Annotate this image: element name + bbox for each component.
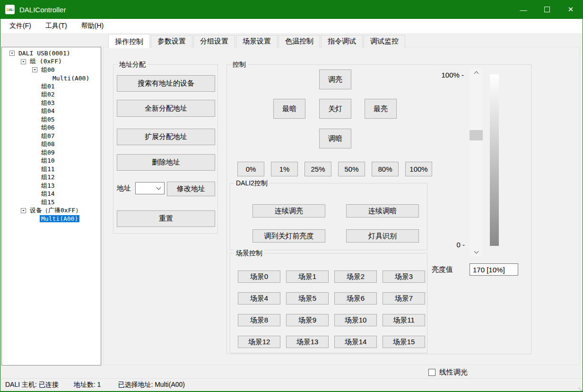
tree-node-label: 组04 <box>40 107 56 115</box>
tab[interactable]: 参数设置 <box>151 35 192 48</box>
max-brightness-button[interactable]: 最亮 <box>365 99 397 119</box>
scene-button[interactable]: 场景5 <box>286 292 329 305</box>
scrollbar-thumb[interactable] <box>470 130 483 140</box>
scene-button[interactable]: 场景10 <box>334 314 377 326</box>
brightness-value-box[interactable]: 170 [10%] <box>470 263 518 276</box>
address-action-button[interactable]: 删除地址 <box>117 154 215 171</box>
app-body: 操作控制参数设置分组设置场景设置色温控制指令调试调试监控 地址分配 搜索有地址的… <box>0 33 583 378</box>
dali2-button[interactable]: 连续调暗 <box>346 204 419 218</box>
modify-address-button[interactable]: 修改地址 <box>167 182 215 196</box>
tree-node[interactable]: -DALI USB(0001) <box>2 49 101 58</box>
tab[interactable]: 色温控制 <box>278 35 320 48</box>
brightness-gradient-bar <box>490 74 499 246</box>
tree-node[interactable]: 组14 <box>2 190 101 199</box>
tree-node[interactable]: 组11 <box>2 165 101 174</box>
scene-button[interactable]: 场景3 <box>383 270 425 283</box>
tree-node[interactable]: 组01 <box>2 82 101 91</box>
scene-button[interactable]: 场景12 <box>238 336 280 348</box>
tree-node[interactable]: 组06 <box>2 124 101 132</box>
tree-node[interactable]: 组10 <box>2 157 101 166</box>
dim-up-button[interactable]: 调亮 <box>319 70 351 89</box>
scene-button[interactable]: 场景14 <box>334 336 377 348</box>
tree-node[interactable]: 组12 <box>2 174 101 182</box>
tab[interactable]: 场景设置 <box>236 35 278 48</box>
brightness-scrollbar[interactable] <box>470 69 483 256</box>
scene-button[interactable]: 场景7 <box>383 292 425 305</box>
tree-node-label: 组08 <box>40 140 56 148</box>
tree-node[interactable]: 组09 <box>2 148 101 157</box>
scene-button[interactable]: 场景11 <box>383 314 425 326</box>
chevron-down-icon <box>157 185 161 190</box>
group-title: 控制 <box>231 61 248 69</box>
dali2-button[interactable]: 灯具识别 <box>346 229 419 243</box>
percent-button[interactable]: 80% <box>372 162 399 176</box>
tree-node[interactable]: 组04 <box>2 107 101 116</box>
scroll-down-icon[interactable] <box>470 248 483 256</box>
percent-button[interactable]: 1% <box>271 162 298 176</box>
brightness-value-label: 亮度值 <box>432 265 453 274</box>
percent-button[interactable]: 0% <box>237 162 264 176</box>
expand-collapse-icon[interactable]: - <box>21 208 26 213</box>
scene-button[interactable]: 场景6 <box>334 292 377 305</box>
address-assign-group: 地址分配 搜索有地址的设备全新分配地址扩展分配地址删除地址 地址 修改地址 重置 <box>113 64 218 234</box>
menu-item[interactable]: 工具(T) <box>38 20 74 32</box>
tree-node[interactable]: Multi(A00) <box>2 74 101 83</box>
address-action-button[interactable]: 全新分配地址 <box>117 100 215 117</box>
maximize-icon[interactable] <box>535 0 559 19</box>
menu-item[interactable]: 帮助(H) <box>74 20 111 32</box>
tree-node[interactable]: -设备（广播0xFF） <box>2 207 101 215</box>
dali2-button[interactable]: 调到关灯前亮度 <box>252 229 325 243</box>
tab[interactable]: 分组设置 <box>193 35 235 48</box>
reset-button[interactable]: 重置 <box>117 210 215 227</box>
tree-node[interactable]: 组03 <box>2 99 101 107</box>
scene-button[interactable]: 场景1 <box>286 270 329 283</box>
lamp-off-button[interactable]: 关灯 <box>319 99 351 119</box>
scene-button[interactable]: 场景2 <box>334 270 377 283</box>
min-brightness-button[interactable]: 最暗 <box>273 99 305 119</box>
tree-node[interactable]: 组05 <box>2 115 101 124</box>
group-title: 场景控制 <box>234 249 264 258</box>
address-action-button[interactable]: 搜索有地址的设备 <box>117 75 215 92</box>
tree-node-label: 组06 <box>40 123 56 132</box>
tree-node[interactable]: -组 (0xFF) <box>2 58 101 66</box>
scene-button[interactable]: 场景9 <box>286 314 329 326</box>
tree-node[interactable]: 组08 <box>2 140 101 149</box>
tab[interactable]: 调试监控 <box>364 35 405 48</box>
address-combobox[interactable] <box>135 182 165 194</box>
tree-node[interactable]: 组07 <box>2 132 101 140</box>
address-action-button[interactable]: 扩展分配地址 <box>117 129 215 145</box>
tab[interactable]: 指令调试 <box>321 35 363 48</box>
tree-node-label: 组01 <box>40 82 56 91</box>
scene-button[interactable]: 场景15 <box>383 336 425 348</box>
expand-collapse-icon[interactable]: - <box>21 59 26 64</box>
tree-node[interactable]: -组00 <box>2 66 101 74</box>
linear-dimming-checkbox[interactable] <box>428 369 435 376</box>
window-title: DALIController <box>19 6 66 14</box>
expand-collapse-icon[interactable]: - <box>32 67 37 72</box>
scene-button[interactable]: 场景0 <box>238 270 280 283</box>
percent-button[interactable]: 100% <box>405 162 432 176</box>
resize-grip-icon[interactable] <box>579 388 580 389</box>
scroll-up-icon[interactable] <box>470 69 483 77</box>
tree-node[interactable]: 组02 <box>2 91 101 99</box>
tree-node-label: 组03 <box>40 99 56 107</box>
dali2-button[interactable]: 连续调亮 <box>252 204 325 218</box>
scene-button[interactable]: 场景4 <box>238 292 280 305</box>
scene-button[interactable]: 场景13 <box>286 336 329 348</box>
menu-item[interactable]: 文件(F) <box>2 20 38 32</box>
dali2-control-group: DALI2控制 连续调亮连续调暗调到关灯前亮度灯具识别 <box>230 183 427 250</box>
tree-node-label: 组14 <box>40 190 56 198</box>
tree-node-label: 组 (0xFF) <box>28 57 63 66</box>
tree-node[interactable]: 组13 <box>2 182 101 190</box>
tab[interactable]: 操作控制 <box>108 34 150 48</box>
minimize-icon[interactable]: — <box>512 0 535 19</box>
tree-node[interactable]: 组15 <box>2 198 101 207</box>
dim-down-button[interactable]: 调暗 <box>319 129 351 148</box>
close-icon[interactable]: ✕ <box>559 0 583 19</box>
tree-node[interactable]: Multi(A00) <box>2 215 101 223</box>
scene-buttons: 场景0场景1场景2场景3场景4场景5场景6场景7场景8场景9场景10场景11场景… <box>238 270 425 348</box>
percent-button[interactable]: 50% <box>338 162 365 176</box>
expand-collapse-icon[interactable]: - <box>9 51 15 56</box>
percent-button[interactable]: 25% <box>305 162 331 176</box>
scene-button[interactable]: 场景8 <box>238 314 280 326</box>
